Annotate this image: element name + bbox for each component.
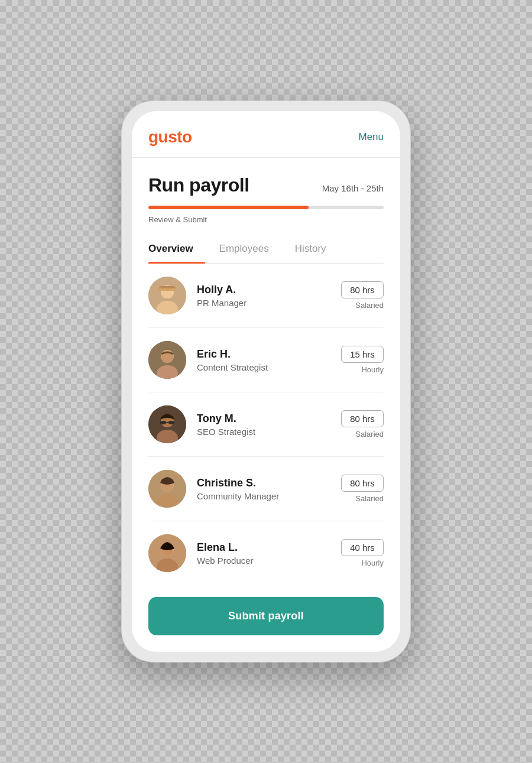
submit-area: Submit payroll bbox=[148, 585, 384, 652]
avatar-image bbox=[148, 405, 186, 443]
pay-type: Salaried bbox=[355, 430, 384, 439]
tab-bar: Overview Employees History bbox=[148, 237, 384, 264]
app-header: gusto Menu bbox=[132, 111, 400, 158]
table-row[interactable]: Christine S. Community Manager 80 hrs Sa… bbox=[148, 457, 384, 521]
title-row: Run payroll May 16th - 25th bbox=[148, 174, 384, 196]
employee-name: Holly A. bbox=[197, 284, 330, 296]
employee-role: SEO Strategist bbox=[197, 427, 330, 437]
hours-badge[interactable]: 80 hrs bbox=[341, 475, 384, 492]
hours-badge[interactable]: 80 hrs bbox=[341, 281, 384, 298]
employee-info: Christine S. Community Manager bbox=[197, 477, 330, 501]
employee-info: Eric H. Content Strategist bbox=[197, 348, 330, 372]
hours-badge[interactable]: 40 hrs bbox=[341, 539, 384, 556]
tab-employees[interactable]: Employees bbox=[219, 237, 281, 263]
svg-rect-14 bbox=[160, 421, 166, 424]
pay-type: Salaried bbox=[355, 301, 384, 310]
employee-role: Content Strategist bbox=[197, 362, 330, 372]
pay-type: Hourly bbox=[361, 559, 384, 567]
employee-name: Christine S. bbox=[197, 477, 330, 489]
progress-bar-container bbox=[148, 206, 384, 209]
hours-block: 15 hrs Hourly bbox=[341, 346, 384, 374]
pay-type: Salaried bbox=[355, 494, 384, 503]
employee-info: Elena L. Web Producer bbox=[197, 541, 330, 566]
hours-block: 80 hrs Salaried bbox=[341, 410, 384, 439]
phone-screen: gusto Menu Run payroll May 16th - 25th R… bbox=[132, 111, 400, 652]
tab-overview[interactable]: Overview bbox=[148, 237, 205, 263]
hours-block: 80 hrs Salaried bbox=[341, 475, 384, 503]
table-row[interactable]: Tony M. SEO Strategist 80 hrs Salaried bbox=[148, 392, 384, 457]
table-row[interactable]: Holly A. PR Manager 80 hrs Salaried bbox=[148, 264, 384, 328]
hours-block: 40 hrs Hourly bbox=[341, 539, 384, 567]
employee-role: PR Manager bbox=[197, 298, 330, 308]
page-title: Run payroll bbox=[148, 174, 249, 196]
employee-info: Holly A. PR Manager bbox=[197, 284, 330, 308]
avatar bbox=[148, 534, 186, 572]
tab-history[interactable]: History bbox=[295, 237, 338, 263]
avatar bbox=[148, 341, 186, 379]
main-content: Run payroll May 16th - 25th Review & Sub… bbox=[132, 158, 400, 652]
employee-role: Community Manager bbox=[197, 491, 330, 501]
table-row[interactable]: Eric H. Content Strategist 15 hrs Hourly bbox=[148, 328, 384, 392]
date-range: May 16th - 25th bbox=[322, 183, 384, 193]
employee-name: Tony M. bbox=[197, 413, 330, 425]
employee-name: Elena L. bbox=[197, 541, 330, 554]
submit-payroll-button[interactable]: Submit payroll bbox=[148, 597, 384, 635]
hours-badge[interactable]: 15 hrs bbox=[341, 346, 384, 363]
employee-role: Web Producer bbox=[197, 556, 330, 566]
hours-block: 80 hrs Salaried bbox=[341, 281, 384, 310]
avatar-image bbox=[148, 534, 186, 572]
progress-label: Review & Submit bbox=[148, 215, 384, 224]
pay-type: Hourly bbox=[361, 365, 384, 374]
svg-rect-5 bbox=[158, 288, 177, 291]
phone-frame: gusto Menu Run payroll May 16th - 25th R… bbox=[121, 100, 411, 663]
employee-name: Eric H. bbox=[197, 348, 330, 361]
employee-info: Tony M. SEO Strategist bbox=[197, 413, 330, 437]
avatar bbox=[148, 277, 186, 314]
avatar-image bbox=[148, 341, 186, 379]
menu-button[interactable]: Menu bbox=[358, 131, 384, 143]
svg-rect-15 bbox=[168, 421, 174, 424]
table-row[interactable]: Elena L. Web Producer 40 hrs Hourly bbox=[148, 521, 384, 585]
hours-badge[interactable]: 80 hrs bbox=[341, 410, 384, 427]
avatar bbox=[148, 470, 186, 508]
avatar-image bbox=[148, 277, 186, 314]
gusto-logo: gusto bbox=[148, 128, 192, 147]
avatar-image bbox=[148, 470, 186, 508]
avatar bbox=[148, 405, 186, 443]
progress-bar-fill bbox=[148, 206, 309, 209]
employee-list: Holly A. PR Manager 80 hrs Salaried bbox=[148, 264, 384, 585]
